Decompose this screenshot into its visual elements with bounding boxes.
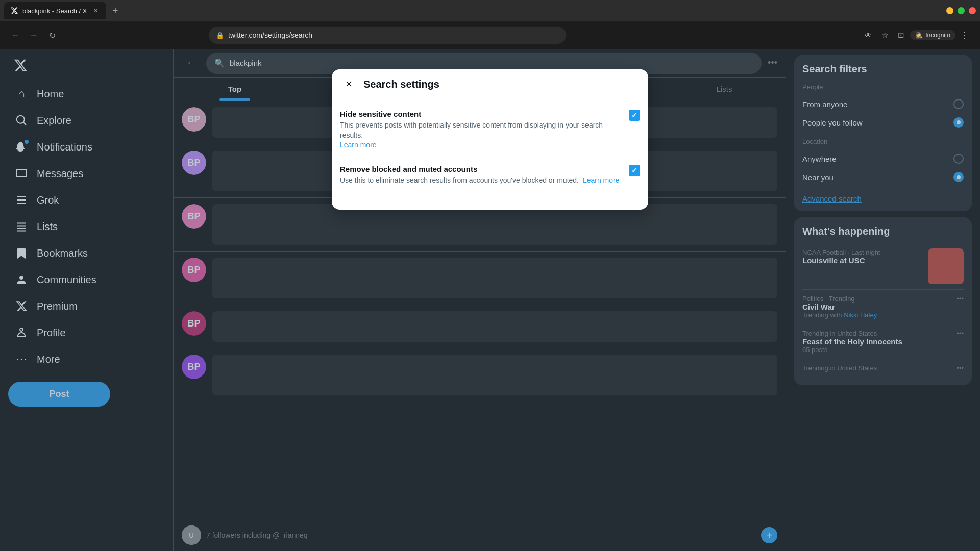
twitter-app: ⌂ Home Explore Notifications Messages [0, 49, 980, 551]
remove-blocked-learn-more[interactable]: Learn more [583, 176, 620, 184]
hide-sensitive-label: Hide sensitive content [340, 110, 621, 118]
search-settings-modal: ✕ Search settings Hide sensitive content… [332, 69, 648, 210]
ssl-icon: 🔒 [216, 32, 224, 39]
remove-blocked-checkbox[interactable] [629, 165, 640, 176]
remove-blocked-desc: Use this to eliminate search results fro… [340, 176, 621, 186]
modal-title: Search settings [363, 79, 439, 90]
forward-nav-button[interactable]: → [27, 28, 41, 42]
incognito-icon: 🕵 [915, 32, 923, 39]
toolbar-icons: 👁 ☆ ⊡ 🕵 Incognito ⋮ [861, 28, 972, 42]
new-tab-button[interactable]: + [108, 4, 122, 18]
browser-titlebar: blackpink - Search / X ✕ + [0, 0, 980, 21]
incognito-label: Incognito [925, 32, 950, 39]
modal-header: ✕ Search settings [332, 69, 648, 99]
browser-chrome: blackpink - Search / X ✕ + ← → ↻ 🔒 twitt… [0, 0, 980, 49]
modal-close-button[interactable]: ✕ [340, 76, 357, 93]
tab-favicon [10, 7, 18, 15]
hide-sensitive-desc: This prevents posts with potentially sen… [340, 120, 621, 151]
hide-sensitive-checkbox[interactable] [629, 110, 640, 121]
url-text: twitter.com/settings/search [228, 31, 559, 39]
split-view-icon[interactable]: ⊡ [894, 28, 908, 42]
window-controls [946, 7, 976, 14]
browser-toolbar: ← → ↻ 🔒 twitter.com/settings/search 👁 ☆ … [0, 21, 980, 49]
hide-sensitive-info: Hide sensitive content This prevents pos… [340, 110, 629, 151]
hide-sensitive-learn-more[interactable]: Learn more [340, 141, 377, 149]
close-window-button[interactable] [969, 7, 976, 14]
address-bar[interactable]: 🔒 twitter.com/settings/search [209, 27, 566, 44]
refresh-button[interactable]: ↻ [45, 28, 59, 42]
modal-overlay[interactable]: ✕ Search settings Hide sensitive content… [0, 49, 980, 551]
browser-menu-icon[interactable]: ⋮ [958, 28, 972, 42]
modal-body: Hide sensitive content This prevents pos… [332, 99, 648, 210]
active-tab[interactable]: blackpink - Search / X ✕ [4, 2, 106, 19]
eyeoff-icon: 👁 [861, 28, 875, 42]
maximize-button[interactable] [958, 7, 965, 14]
tab-title: blackpink - Search / X [22, 7, 88, 15]
minimize-button[interactable] [946, 7, 953, 14]
remove-blocked-info: Remove blocked and muted accounts Use th… [340, 165, 629, 186]
hide-sensitive-setting: Hide sensitive content This prevents pos… [340, 110, 640, 151]
remove-blocked-setting: Remove blocked and muted accounts Use th… [340, 165, 640, 186]
back-nav-button[interactable]: ← [8, 28, 22, 42]
remove-blocked-label: Remove blocked and muted accounts [340, 165, 621, 173]
bookmark-star-icon[interactable]: ☆ [877, 28, 892, 42]
tab-close-button[interactable]: ✕ [92, 7, 100, 15]
incognito-badge: 🕵 Incognito [910, 30, 955, 40]
